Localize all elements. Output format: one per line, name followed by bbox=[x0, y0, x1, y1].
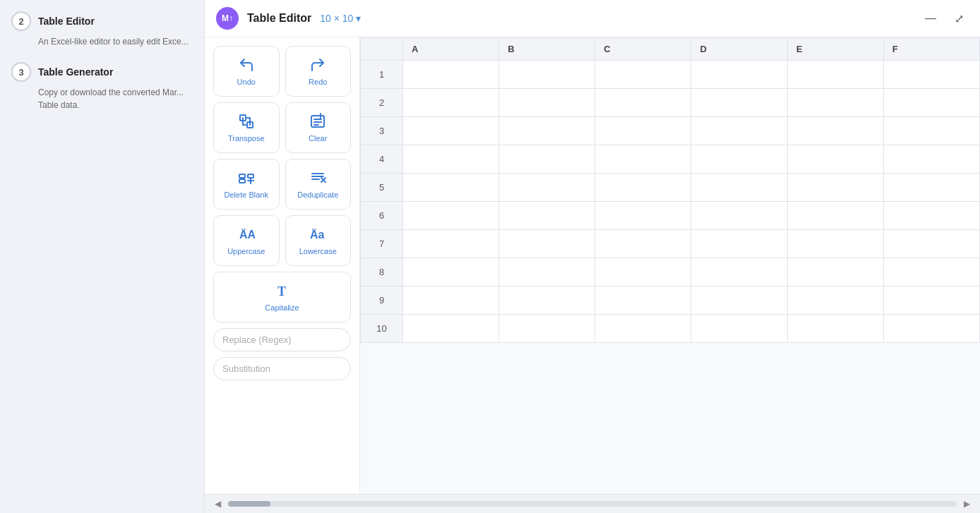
cell-9-B[interactable] bbox=[499, 286, 595, 315]
cell-2-B[interactable] bbox=[499, 89, 595, 117]
cell-6-C[interactable] bbox=[595, 202, 691, 230]
cell-1-F[interactable] bbox=[883, 61, 979, 89]
cell-10-F[interactable] bbox=[883, 315, 979, 343]
cell-2-E[interactable] bbox=[787, 89, 883, 117]
cell-7-D[interactable] bbox=[691, 230, 787, 258]
cell-2-F[interactable] bbox=[883, 89, 979, 117]
cell-4-D[interactable] bbox=[691, 145, 787, 174]
lowercase-button[interactable]: Äa Lowercase bbox=[285, 215, 352, 266]
cell-6-F[interactable] bbox=[883, 202, 979, 230]
cell-7-F[interactable] bbox=[883, 230, 979, 258]
scroll-right-arrow[interactable]: ▶ bbox=[960, 497, 974, 510]
toolbar-row-4: ÄA Uppercase Äa Lowercase bbox=[213, 215, 351, 266]
row-number: 2 bbox=[361, 89, 403, 117]
cell-5-A[interactable] bbox=[403, 174, 499, 202]
table-row: 2 bbox=[361, 89, 980, 117]
cell-9-A[interactable] bbox=[403, 286, 499, 315]
app-logo: M↑ bbox=[216, 7, 239, 30]
cell-9-F[interactable] bbox=[883, 286, 979, 315]
cell-5-C[interactable] bbox=[595, 174, 691, 202]
deduplicate-button[interactable]: Deduplicate bbox=[285, 159, 352, 210]
cell-10-E[interactable] bbox=[787, 315, 883, 343]
row-number: 3 bbox=[361, 117, 403, 145]
cell-3-F[interactable] bbox=[883, 117, 979, 145]
cell-3-A[interactable] bbox=[403, 117, 499, 145]
uppercase-button[interactable]: ÄA Uppercase bbox=[213, 215, 280, 266]
cell-1-A[interactable] bbox=[403, 61, 499, 89]
cell-4-A[interactable] bbox=[403, 145, 499, 174]
scroll-thumb[interactable] bbox=[228, 501, 270, 507]
cell-1-B[interactable] bbox=[499, 61, 595, 89]
cell-2-C[interactable] bbox=[595, 89, 691, 117]
redo-button[interactable]: Redo bbox=[285, 46, 352, 97]
delete-blank-icon bbox=[238, 169, 255, 186]
table-row: 10 bbox=[361, 315, 980, 343]
toolbar: Undo Redo bbox=[205, 37, 360, 494]
cell-5-F[interactable] bbox=[883, 174, 979, 202]
minimize-button[interactable]: — bbox=[921, 8, 940, 28]
cell-4-B[interactable] bbox=[499, 145, 595, 174]
scroll-left-arrow[interactable]: ◀ bbox=[210, 497, 225, 510]
substitution-input[interactable] bbox=[213, 357, 351, 380]
cell-3-B[interactable] bbox=[499, 117, 595, 145]
toolbar-row-1: Undo Redo bbox=[213, 46, 351, 97]
cell-8-A[interactable] bbox=[403, 258, 499, 286]
cell-8-E[interactable] bbox=[787, 258, 883, 286]
cell-3-E[interactable] bbox=[787, 117, 883, 145]
cell-10-B[interactable] bbox=[499, 315, 595, 343]
cell-3-C[interactable] bbox=[595, 117, 691, 145]
cell-10-C[interactable] bbox=[595, 315, 691, 343]
delete-blank-button[interactable]: Delete Blank bbox=[213, 159, 280, 210]
table-area[interactable]: ABCDEF 12345678910 bbox=[360, 37, 980, 494]
cell-8-B[interactable] bbox=[499, 258, 595, 286]
table-row: 1 bbox=[361, 61, 980, 89]
cell-9-C[interactable] bbox=[595, 286, 691, 315]
cell-4-E[interactable] bbox=[787, 145, 883, 174]
cell-1-C[interactable] bbox=[595, 61, 691, 89]
transpose-button[interactable]: Transpose bbox=[213, 102, 280, 153]
cell-2-A[interactable] bbox=[403, 89, 499, 117]
cell-5-D[interactable] bbox=[691, 174, 787, 202]
table-row: 3 bbox=[361, 117, 980, 145]
col-header-D: D bbox=[691, 38, 787, 61]
capitalize-button[interactable]: T Capitalize bbox=[213, 272, 351, 322]
cell-5-E[interactable] bbox=[787, 174, 883, 202]
cell-3-D[interactable] bbox=[691, 117, 787, 145]
cell-7-B[interactable] bbox=[499, 230, 595, 258]
capitalize-icon: T bbox=[274, 282, 291, 299]
scroll-track[interactable] bbox=[228, 501, 957, 507]
horizontal-scrollbar[interactable]: ◀ ▶ bbox=[205, 494, 980, 513]
row-number: 7 bbox=[361, 230, 403, 258]
cell-7-A[interactable] bbox=[403, 230, 499, 258]
cell-6-B[interactable] bbox=[499, 202, 595, 230]
cell-6-E[interactable] bbox=[787, 202, 883, 230]
cell-8-C[interactable] bbox=[595, 258, 691, 286]
step-circle-2: 2 bbox=[11, 11, 31, 31]
cell-1-D[interactable] bbox=[691, 61, 787, 89]
cell-4-F[interactable] bbox=[883, 145, 979, 174]
cell-5-B[interactable] bbox=[499, 174, 595, 202]
cell-8-D[interactable] bbox=[691, 258, 787, 286]
data-table[interactable]: ABCDEF 12345678910 bbox=[360, 37, 980, 343]
undo-button[interactable]: Undo bbox=[213, 46, 280, 97]
row-number: 9 bbox=[361, 286, 403, 315]
cell-7-C[interactable] bbox=[595, 230, 691, 258]
cell-9-D[interactable] bbox=[691, 286, 787, 315]
redo-icon bbox=[309, 56, 326, 73]
cell-8-F[interactable] bbox=[883, 258, 979, 286]
uppercase-icon: ÄA bbox=[238, 226, 255, 243]
row-number: 5 bbox=[361, 174, 403, 202]
cell-1-E[interactable] bbox=[787, 61, 883, 89]
table-size-selector[interactable]: 10 × 10 ▾ bbox=[320, 13, 361, 24]
cell-10-D[interactable] bbox=[691, 315, 787, 343]
expand-button[interactable]: ⤢ bbox=[949, 8, 969, 28]
cell-7-E[interactable] bbox=[787, 230, 883, 258]
cell-9-E[interactable] bbox=[787, 286, 883, 315]
clear-button[interactable]: Clear bbox=[285, 102, 352, 153]
cell-6-A[interactable] bbox=[403, 202, 499, 230]
cell-10-A[interactable] bbox=[403, 315, 499, 343]
replace-input[interactable] bbox=[213, 328, 351, 351]
cell-4-C[interactable] bbox=[595, 145, 691, 174]
cell-6-D[interactable] bbox=[691, 202, 787, 230]
cell-2-D[interactable] bbox=[691, 89, 787, 117]
